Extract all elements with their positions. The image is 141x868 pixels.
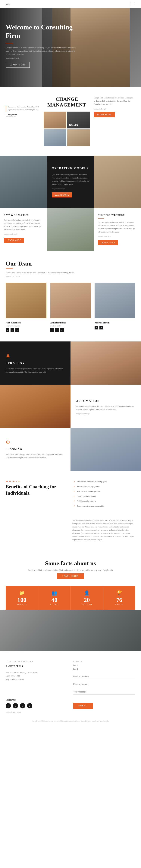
business-strategy-button[interactable]: LEARN MORE [98,240,118,245]
clients-icon: 👥 [40,590,69,595]
planning-icon: ⚙ [6,439,65,445]
benefits-title: Benefits of Coaching for Individuals. [6,484,68,496]
data-analytics-credit: Image from Freepik [4,233,43,235]
instagram-follow-icon[interactable]: in [20,703,25,708]
hero-image-credit: Image from Freepik [6,57,77,59]
footer-link-1[interactable]: lorn 1 [73,663,135,667]
data-analytics-button[interactable]: LEARN MORE [4,238,24,243]
facts-learn-more-button[interactable]: LEARN MORE [57,573,84,579]
change-credit: Images by Freepik [94,108,135,110]
automation-content: AUTOMATION Sed blandit libero volutpat s… [71,384,141,428]
operating-right-image [94,156,141,208]
twitter-icon-3[interactable]: t [95,326,98,330]
facts-title: Some facts about us [6,560,135,567]
navigation: logo [0,0,141,8]
hero-learn-more-button[interactable]: LEARN MORE [6,62,30,68]
projects-label: PROJECTS [7,603,36,605]
benefit-item-5: ✓ Build Personal Awareness [73,500,135,503]
team-label: OUR TEAM [73,603,101,605]
copyright: © 2021 Privacy policy [6,711,68,713]
twitter-follow-icon[interactable]: t [13,703,18,708]
change-learn-more-button[interactable]: LEARN MORE [94,112,115,117]
hero-section: Welcome to Consulting Firm Lorem ipsum d… [0,8,141,87]
team-number: 20 [73,596,101,603]
submit-col: SUBMIT [73,703,135,709]
youtube-follow-icon[interactable]: ▶ [27,703,32,708]
logo: logo [6,3,9,5]
automation-title: AUTOMATION [76,399,135,403]
operating-left-image [0,156,47,208]
hero-divider [6,43,13,43]
automation-credit: Images from Freepik [76,413,135,414]
member-2-name: Ann Richmond [50,321,91,324]
hero-title: Welcome to Consulting Firm [6,23,77,40]
benefit-text-2: Increased level of engagement [77,485,100,488]
links-form-col: FIND US lorn 1 lorn 2 [73,661,135,698]
benefit-text-3: Safe Place to Gain Perspective [77,490,100,493]
planning-section: ⚙ PLANNING Sed blandit libero volutpat s… [0,428,141,471]
hamburger-button[interactable] [130,2,135,6]
operating-content: OPERATING MODELS Quis nam dolor sit in r… [47,156,94,208]
strategy-title: STRATEGY [6,362,65,365]
data-business-section: DATA & ANALYTICS Quis nam dolor sit in r… [0,208,141,251]
awards-label: AWARDS [105,603,134,605]
team-photo-1 [6,283,46,318]
newsletter-label: JOIN OUR NEWSLETTER [6,661,68,662]
automation-text: Sed blandit libero volutpat sed cras orn… [76,405,135,411]
operating-learn-more-button[interactable]: LEARN MORE [52,192,72,197]
benefits-section: BENEFITS OF Benefits of Coaching for Ind… [0,471,141,519]
benefit-text-1: Enabled and act toward achieving goals [77,480,107,483]
benefit-item-1: ✓ Enabled and act toward achieving goals [73,480,135,483]
team-icon: 👤 [73,590,101,595]
operating-models-section: OPERATING MODELS Quis nam dolor sit in r… [0,156,141,208]
planning-text: Sed blandit libero volutpat sed cras orn… [6,453,65,459]
contact-col: JOIN OUR NEWSLETTER Contact us 2940 SE 8… [6,661,68,698]
facebook-icon-2[interactable]: f [50,328,54,332]
instagram-icon-2[interactable]: in [60,328,64,332]
member-2-role: creation leader [50,325,91,327]
facts-stats-grid: 📁 100 PROJECTS 👥 40 CLIENTS 👤 20 OUR TEA… [6,586,135,610]
stat-clients: 👥 40 CLIENTS [38,586,71,610]
links-label: FIND US [73,661,135,662]
check-icon-6: ✓ [73,505,75,507]
clients-number: 40 [40,596,69,603]
strategy-text: Sed blandit libero volutpat sed cras orn… [6,367,65,374]
benefit-text-4: Deeper Level of Learning [77,495,96,498]
planning-content: ⚙ PLANNING Sed blandit libero volutpat s… [0,428,71,471]
social-links: f t in ▶ [6,703,68,708]
member-1-social: f t in [6,328,46,332]
fine-print-text: Sample text. Click to select the text bo… [6,720,135,722]
benefit-text-6: Boost your networking opportunities [77,505,104,507]
address-line1: 2940 SE 84th Ave Avenue, 726 555-1802 [6,671,68,675]
submit-button[interactable]: SUBMIT [73,703,93,709]
change-management-section: Sample text. Click to select the text bo… [0,87,141,156]
projects-icon: 📁 [7,590,36,595]
facebook-follow-icon[interactable]: f [6,703,11,708]
check-icon-2: ✓ [73,485,75,488]
member-1-name: Alex Grinfield [6,321,46,324]
member-1-role: programming guru [6,325,46,327]
check-icon-3: ✓ [73,490,75,493]
instagram-icon-3[interactable]: in [99,326,103,330]
facebook-icon-1[interactable]: f [6,328,9,332]
business-strategy-text: Quis nam dolor sit in reprehenderit in v… [98,221,137,234]
hero-text: Lorem ipsum dolor sit amet, consectetur … [6,46,77,56]
business-divider [98,218,104,219]
instagram-icon-1[interactable]: in [16,328,19,332]
data-analytics-text: Quis nam dolor sit in reprehenderit in v… [4,218,43,231]
message-input[interactable] [73,689,135,694]
business-strategy-title: BUSINESS STRATEGY [98,214,137,217]
change-right-col: Sample text. Click to select the text bo… [94,96,135,117]
benefits-right: ✓ Enabled and act toward achieving goals… [73,480,135,509]
name-input[interactable] [73,674,135,679]
member-2-social: f t in [50,328,91,332]
footer-link-2[interactable]: lorn 2 [73,667,135,671]
twitter-icon-2[interactable]: t [55,328,59,332]
address-line2: 9AM – 5PM – M-F [6,675,68,678]
check-icon-4: ✓ [73,495,75,498]
stat-awards: 🏆 76 AWARDS [103,586,136,610]
clients-label: CLIENTS [40,603,69,605]
twitter-icon-1[interactable]: t [10,328,14,332]
email-input[interactable] [73,681,135,687]
our-team-title: Our Team [6,260,135,267]
